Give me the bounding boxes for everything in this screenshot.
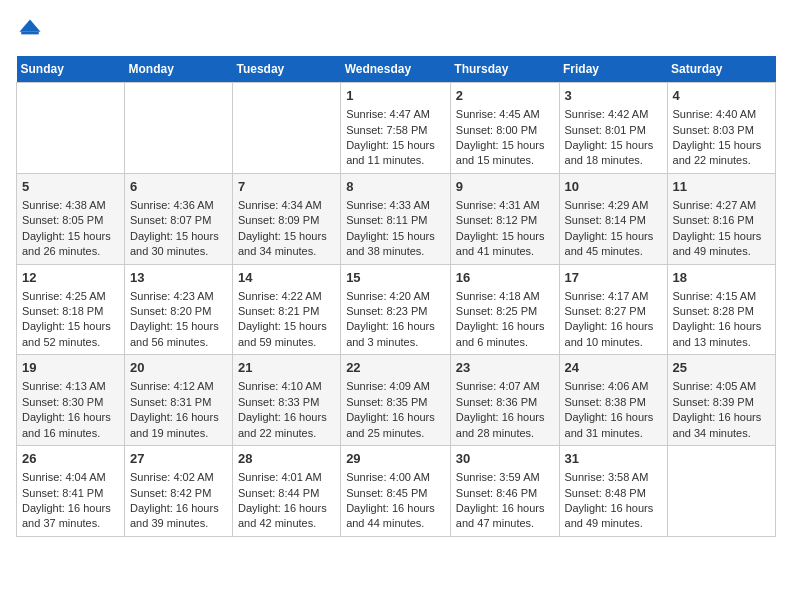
svg-marker-0 xyxy=(20,20,41,32)
calendar-cell: 14Sunrise: 4:22 AMSunset: 8:21 PMDayligh… xyxy=(232,264,340,355)
day-number: 27 xyxy=(130,450,227,468)
calendar-week-1: 1Sunrise: 4:47 AMSunset: 7:58 PMDaylight… xyxy=(17,83,776,174)
day-info: Sunset: 8:33 PM xyxy=(238,395,335,410)
day-info: Sunset: 8:03 PM xyxy=(673,123,770,138)
day-info: Sunset: 8:27 PM xyxy=(565,304,662,319)
calendar-week-4: 19Sunrise: 4:13 AMSunset: 8:30 PMDayligh… xyxy=(17,355,776,446)
day-info: Daylight: 15 hours and 26 minutes. xyxy=(22,229,119,260)
day-info: Daylight: 16 hours and 19 minutes. xyxy=(130,410,227,441)
day-info: Sunset: 8:31 PM xyxy=(130,395,227,410)
calendar-header-row: SundayMondayTuesdayWednesdayThursdayFrid… xyxy=(17,56,776,83)
day-info: Sunrise: 4:23 AM xyxy=(130,289,227,304)
day-number: 13 xyxy=(130,269,227,287)
day-info: Daylight: 16 hours and 47 minutes. xyxy=(456,501,554,532)
day-number: 2 xyxy=(456,87,554,105)
day-number: 11 xyxy=(673,178,770,196)
day-info: Sunrise: 4:27 AM xyxy=(673,198,770,213)
day-info: Sunrise: 4:05 AM xyxy=(673,379,770,394)
day-header-sunday: Sunday xyxy=(17,56,125,83)
day-header-monday: Monday xyxy=(124,56,232,83)
day-info: Sunrise: 4:01 AM xyxy=(238,470,335,485)
calendar-cell: 7Sunrise: 4:34 AMSunset: 8:09 PMDaylight… xyxy=(232,173,340,264)
day-info: Sunset: 8:12 PM xyxy=(456,213,554,228)
day-info: Daylight: 15 hours and 41 minutes. xyxy=(456,229,554,260)
day-info: Sunset: 8:38 PM xyxy=(565,395,662,410)
day-header-tuesday: Tuesday xyxy=(232,56,340,83)
day-info: Sunrise: 4:25 AM xyxy=(22,289,119,304)
day-header-wednesday: Wednesday xyxy=(341,56,451,83)
day-number: 1 xyxy=(346,87,445,105)
day-info: Sunrise: 3:58 AM xyxy=(565,470,662,485)
day-number: 23 xyxy=(456,359,554,377)
day-number: 30 xyxy=(456,450,554,468)
day-info: Daylight: 15 hours and 45 minutes. xyxy=(565,229,662,260)
day-info: Sunset: 8:21 PM xyxy=(238,304,335,319)
day-info: Daylight: 15 hours and 18 minutes. xyxy=(565,138,662,169)
day-info: Sunrise: 4:15 AM xyxy=(673,289,770,304)
calendar-cell: 23Sunrise: 4:07 AMSunset: 8:36 PMDayligh… xyxy=(450,355,559,446)
day-number: 16 xyxy=(456,269,554,287)
day-number: 28 xyxy=(238,450,335,468)
day-number: 10 xyxy=(565,178,662,196)
calendar-cell: 13Sunrise: 4:23 AMSunset: 8:20 PMDayligh… xyxy=(124,264,232,355)
day-info: Sunset: 8:05 PM xyxy=(22,213,119,228)
day-header-saturday: Saturday xyxy=(667,56,775,83)
day-number: 3 xyxy=(565,87,662,105)
day-info: Sunrise: 4:31 AM xyxy=(456,198,554,213)
day-number: 15 xyxy=(346,269,445,287)
calendar-cell: 8Sunrise: 4:33 AMSunset: 8:11 PMDaylight… xyxy=(341,173,451,264)
day-info: Sunrise: 4:38 AM xyxy=(22,198,119,213)
page-header xyxy=(16,16,776,44)
day-info: Sunset: 8:18 PM xyxy=(22,304,119,319)
day-info: Daylight: 15 hours and 49 minutes. xyxy=(673,229,770,260)
day-number: 17 xyxy=(565,269,662,287)
calendar-cell: 17Sunrise: 4:17 AMSunset: 8:27 PMDayligh… xyxy=(559,264,667,355)
calendar-cell: 22Sunrise: 4:09 AMSunset: 8:35 PMDayligh… xyxy=(341,355,451,446)
day-number: 9 xyxy=(456,178,554,196)
day-info: Daylight: 16 hours and 49 minutes. xyxy=(565,501,662,532)
day-number: 19 xyxy=(22,359,119,377)
day-info: Sunset: 8:01 PM xyxy=(565,123,662,138)
day-info: Sunrise: 4:29 AM xyxy=(565,198,662,213)
day-info: Sunrise: 4:40 AM xyxy=(673,107,770,122)
day-info: Sunrise: 4:06 AM xyxy=(565,379,662,394)
calendar-cell: 6Sunrise: 4:36 AMSunset: 8:07 PMDaylight… xyxy=(124,173,232,264)
day-number: 25 xyxy=(673,359,770,377)
day-info: Daylight: 15 hours and 59 minutes. xyxy=(238,319,335,350)
day-number: 24 xyxy=(565,359,662,377)
day-info: Sunset: 8:44 PM xyxy=(238,486,335,501)
calendar-cell: 16Sunrise: 4:18 AMSunset: 8:25 PMDayligh… xyxy=(450,264,559,355)
day-info: Sunrise: 4:22 AM xyxy=(238,289,335,304)
day-info: Sunset: 8:35 PM xyxy=(346,395,445,410)
svg-rect-1 xyxy=(21,32,39,35)
day-number: 8 xyxy=(346,178,445,196)
logo xyxy=(16,16,48,44)
day-info: Daylight: 15 hours and 56 minutes. xyxy=(130,319,227,350)
day-info: Sunrise: 4:45 AM xyxy=(456,107,554,122)
day-info: Sunrise: 4:20 AM xyxy=(346,289,445,304)
day-info: Daylight: 15 hours and 22 minutes. xyxy=(673,138,770,169)
calendar-cell: 19Sunrise: 4:13 AMSunset: 8:30 PMDayligh… xyxy=(17,355,125,446)
day-info: Daylight: 15 hours and 11 minutes. xyxy=(346,138,445,169)
day-number: 7 xyxy=(238,178,335,196)
calendar-cell: 25Sunrise: 4:05 AMSunset: 8:39 PMDayligh… xyxy=(667,355,775,446)
day-number: 26 xyxy=(22,450,119,468)
calendar-week-2: 5Sunrise: 4:38 AMSunset: 8:05 PMDaylight… xyxy=(17,173,776,264)
day-info: Daylight: 15 hours and 34 minutes. xyxy=(238,229,335,260)
calendar-cell: 28Sunrise: 4:01 AMSunset: 8:44 PMDayligh… xyxy=(232,446,340,537)
calendar-week-3: 12Sunrise: 4:25 AMSunset: 8:18 PMDayligh… xyxy=(17,264,776,355)
day-info: Daylight: 16 hours and 28 minutes. xyxy=(456,410,554,441)
day-header-friday: Friday xyxy=(559,56,667,83)
day-info: Daylight: 16 hours and 13 minutes. xyxy=(673,319,770,350)
calendar-cell xyxy=(232,83,340,174)
day-info: Sunrise: 4:09 AM xyxy=(346,379,445,394)
day-info: Daylight: 15 hours and 38 minutes. xyxy=(346,229,445,260)
calendar-cell: 4Sunrise: 4:40 AMSunset: 8:03 PMDaylight… xyxy=(667,83,775,174)
day-number: 21 xyxy=(238,359,335,377)
day-info: Daylight: 16 hours and 25 minutes. xyxy=(346,410,445,441)
day-info: Sunset: 8:11 PM xyxy=(346,213,445,228)
day-info: Sunset: 8:00 PM xyxy=(456,123,554,138)
day-info: Daylight: 15 hours and 15 minutes. xyxy=(456,138,554,169)
day-info: Sunset: 8:25 PM xyxy=(456,304,554,319)
day-info: Sunrise: 4:47 AM xyxy=(346,107,445,122)
